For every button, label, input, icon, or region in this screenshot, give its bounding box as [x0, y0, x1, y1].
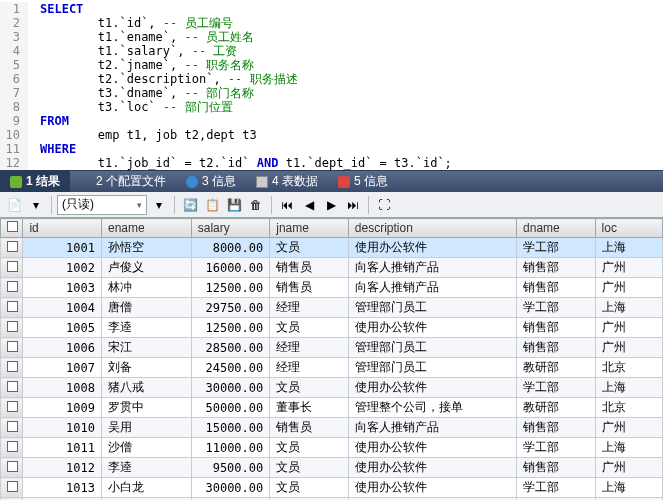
cell-jname[interactable]: 文员: [270, 458, 349, 478]
cell-jname[interactable]: 文员: [270, 238, 349, 258]
tab-5信息[interactable]: 5 信息: [328, 171, 398, 192]
cell-ename[interactable]: 唐僧: [101, 298, 191, 318]
col-ename[interactable]: ename: [101, 219, 191, 238]
sql-editor[interactable]: 1SELECT2 t1.`id`, -- 员工编号3 t1.`ename`, -…: [0, 0, 663, 170]
copy-button[interactable]: 📋: [202, 195, 222, 215]
cell-dname[interactable]: 销售部: [517, 338, 596, 358]
table-row[interactable]: 1007刘备24500.00经理管理部门员工教研部北京: [1, 358, 663, 378]
cell-loc[interactable]: 上海: [595, 238, 662, 258]
cell-salary[interactable]: 12500.00: [191, 278, 270, 298]
cell-ename[interactable]: 吴用: [101, 418, 191, 438]
cell-description[interactable]: 使用办公软件: [348, 378, 516, 398]
cell-loc[interactable]: 广州: [595, 318, 662, 338]
cell-description[interactable]: 使用办公软件: [348, 438, 516, 458]
cell-ename[interactable]: 罗贯中: [101, 398, 191, 418]
cell-description[interactable]: 使用办公软件: [348, 318, 516, 338]
cell-loc[interactable]: 广州: [595, 458, 662, 478]
cell-id[interactable]: 1004: [23, 298, 102, 318]
col-checkbox[interactable]: [1, 219, 23, 238]
cell-description[interactable]: 管理部门员工: [348, 358, 516, 378]
save-button[interactable]: 💾: [224, 195, 244, 215]
cell-salary[interactable]: 11000.00: [191, 438, 270, 458]
col-jname[interactable]: jname: [270, 219, 349, 238]
cell-salary[interactable]: 30000.00: [191, 378, 270, 398]
cell-ename[interactable]: 李逵: [101, 458, 191, 478]
table-row[interactable]: 1004唐僧29750.00经理管理部门员工学工部上海: [1, 298, 663, 318]
col-dname[interactable]: dname: [517, 219, 596, 238]
col-salary[interactable]: salary: [191, 219, 270, 238]
cell-salary[interactable]: 28500.00: [191, 338, 270, 358]
row-checkbox[interactable]: [7, 361, 18, 372]
cell-salary[interactable]: 16000.00: [191, 258, 270, 278]
first-button[interactable]: ⏮: [277, 195, 297, 215]
table-row[interactable]: 1006宋江28500.00经理管理部门员工销售部广州: [1, 338, 663, 358]
expand-button[interactable]: ⛶: [374, 195, 394, 215]
results-table[interactable]: idenamesalaryjnamedescriptiondnameloc 10…: [0, 218, 663, 500]
cell-id[interactable]: 1011: [23, 438, 102, 458]
tab-3信息[interactable]: 3 信息: [176, 171, 246, 192]
cell-salary[interactable]: 8000.00: [191, 238, 270, 258]
delete-button[interactable]: 🗑: [246, 195, 266, 215]
cell-description[interactable]: 使用办公软件: [348, 458, 516, 478]
cell-dname[interactable]: 教研部: [517, 398, 596, 418]
cell-dname[interactable]: 销售部: [517, 418, 596, 438]
cell-description[interactable]: 向客人推销产品: [348, 258, 516, 278]
cell-description[interactable]: 管理部门员工: [348, 298, 516, 318]
cell-dname[interactable]: 销售部: [517, 278, 596, 298]
cell-id[interactable]: 1001: [23, 238, 102, 258]
row-checkbox[interactable]: [7, 241, 18, 252]
cell-ename[interactable]: 刘备: [101, 358, 191, 378]
cell-description[interactable]: 使用办公软件: [348, 238, 516, 258]
mode-combo[interactable]: (只读): [57, 195, 147, 215]
cell-dname[interactable]: 学工部: [517, 298, 596, 318]
table-row[interactable]: 1011沙僧11000.00文员使用办公软件学工部上海: [1, 438, 663, 458]
cell-jname[interactable]: 文员: [270, 378, 349, 398]
table-row[interactable]: 1012李逵9500.00文员使用办公软件销售部广州: [1, 458, 663, 478]
next-button[interactable]: ▶: [321, 195, 341, 215]
cell-loc[interactable]: 北京: [595, 358, 662, 378]
tab-2个配置文件[interactable]: 2 个配置文件: [70, 171, 176, 192]
cell-id[interactable]: 1013: [23, 478, 102, 498]
row-checkbox[interactable]: [7, 461, 18, 472]
cell-salary[interactable]: 9500.00: [191, 458, 270, 478]
cell-ename[interactable]: 李逵: [101, 318, 191, 338]
cell-description[interactable]: 向客人推销产品: [348, 418, 516, 438]
table-row[interactable]: 1003林冲12500.00销售员向客人推销产品销售部广州: [1, 278, 663, 298]
cell-id[interactable]: 1007: [23, 358, 102, 378]
cell-loc[interactable]: 上海: [595, 378, 662, 398]
cell-loc[interactable]: 广州: [595, 338, 662, 358]
prev-button[interactable]: ◀: [299, 195, 319, 215]
cell-ename[interactable]: 卢俊义: [101, 258, 191, 278]
cell-jname[interactable]: 董事长: [270, 398, 349, 418]
cell-id[interactable]: 1005: [23, 318, 102, 338]
cell-id[interactable]: 1008: [23, 378, 102, 398]
cell-salary[interactable]: 29750.00: [191, 298, 270, 318]
combo-expand-button[interactable]: ▾: [149, 195, 169, 215]
export-button[interactable]: 📄: [4, 195, 24, 215]
cell-loc[interactable]: 北京: [595, 398, 662, 418]
cell-salary[interactable]: 50000.00: [191, 398, 270, 418]
cell-dname[interactable]: 销售部: [517, 258, 596, 278]
cell-jname[interactable]: 文员: [270, 438, 349, 458]
cell-dname[interactable]: 学工部: [517, 438, 596, 458]
row-checkbox[interactable]: [7, 321, 18, 332]
col-loc[interactable]: loc: [595, 219, 662, 238]
tab-4表数据[interactable]: 4 表数据: [246, 171, 328, 192]
tab-1结果[interactable]: 1 结果: [0, 171, 70, 192]
row-checkbox[interactable]: [7, 381, 18, 392]
cell-salary[interactable]: 30000.00: [191, 478, 270, 498]
cell-id[interactable]: 1003: [23, 278, 102, 298]
cell-description[interactable]: 使用办公软件: [348, 478, 516, 498]
cell-jname[interactable]: 文员: [270, 478, 349, 498]
cell-jname[interactable]: 经理: [270, 338, 349, 358]
table-row[interactable]: 1009罗贯中50000.00董事长管理整个公司，接单教研部北京: [1, 398, 663, 418]
cell-loc[interactable]: 上海: [595, 478, 662, 498]
cell-dname[interactable]: 销售部: [517, 458, 596, 478]
cell-dname[interactable]: 教研部: [517, 358, 596, 378]
row-checkbox[interactable]: [7, 341, 18, 352]
cell-jname[interactable]: 文员: [270, 318, 349, 338]
cell-jname[interactable]: 经理: [270, 298, 349, 318]
cell-dname[interactable]: 学工部: [517, 478, 596, 498]
col-description[interactable]: description: [348, 219, 516, 238]
table-row[interactable]: 1013小白龙30000.00文员使用办公软件学工部上海: [1, 478, 663, 498]
